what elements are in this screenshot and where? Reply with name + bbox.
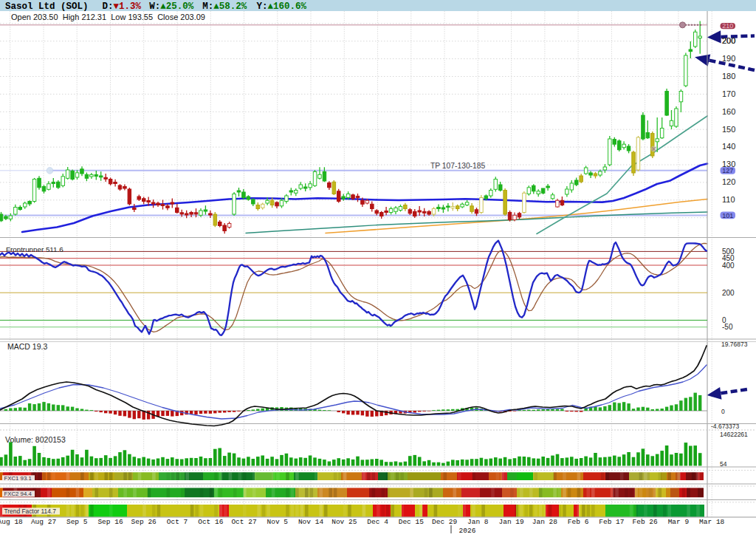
svg-text:190: 190 [722,54,735,63]
svg-text:FXC2 94.4: FXC2 94.4 [4,491,32,497]
svg-text:Sep 16: Sep 16 [97,518,123,526]
svg-text:Y:: Y: [256,1,267,12]
svg-text:M:: M: [202,1,213,12]
svg-text:Dec 29: Dec 29 [432,518,458,526]
svg-text:FXC1 93.1: FXC1 93.1 [4,475,32,482]
svg-text:Nov 14: Nov 14 [298,518,324,526]
svg-text:2026: 2026 [459,527,476,535]
svg-text:Aug 18: Aug 18 [0,518,23,526]
svg-text:Feb 17: Feb 17 [599,518,624,526]
svg-text:Volume: 8020153: Volume: 8020153 [5,435,66,444]
svg-text:140: 140 [722,142,735,151]
svg-text:Feb 26: Feb 26 [632,518,658,526]
svg-text:400: 400 [722,262,735,270]
svg-text:Sep 26: Sep 26 [131,518,157,526]
svg-text:127: 127 [722,167,733,174]
svg-text:Dec 4: Dec 4 [367,518,388,526]
svg-text:▲58.2%: ▲58.2% [213,1,247,12]
svg-text:101: 101 [722,212,733,219]
svg-text:170: 170 [722,89,735,98]
svg-text:Sep 5: Sep 5 [66,518,88,526]
svg-text:19.76873: 19.76873 [721,341,748,348]
svg-text:Frontrunner 511.6: Frontrunner 511.6 [6,245,63,253]
svg-text:180: 180 [722,72,735,81]
svg-text:Nov 5: Nov 5 [267,518,289,526]
svg-text:▲160.6%: ▲160.6% [267,1,306,12]
svg-text:W:: W: [149,1,160,12]
svg-text:Oct 16: Oct 16 [198,518,224,526]
svg-text:Oct 27: Oct 27 [231,518,256,526]
svg-text:120: 120 [722,177,735,186]
svg-text:Dec 15: Dec 15 [399,518,425,526]
svg-text:Trend Factor 114.7: Trend Factor 114.7 [4,508,57,515]
svg-text:Open 203.50 High 212.31 Low: Open 203.50 High 212.31 Low 193.55 Close… [11,13,205,21]
svg-text:Jan 8: Jan 8 [467,518,489,526]
svg-text:▲25.0%: ▲25.0% [160,1,194,12]
svg-text:MACD 19.3: MACD 19.3 [7,342,47,351]
svg-text:Sasol Ltd (SOL): Sasol Ltd (SOL) [5,1,89,12]
svg-text:Mar 18: Mar 18 [699,518,725,526]
svg-text:Oct 7: Oct 7 [167,518,188,526]
svg-text:-50: -50 [722,323,733,331]
svg-text:110: 110 [722,195,735,204]
svg-text:14622261: 14622261 [720,431,748,438]
svg-text:Nov 25: Nov 25 [331,518,357,526]
svg-text:200: 200 [722,36,735,45]
svg-text:150: 150 [722,125,735,134]
svg-text:Feb 6: Feb 6 [568,518,589,526]
svg-text:Mar 9: Mar 9 [668,518,690,526]
svg-text:Jan 19: Jan 19 [498,518,524,526]
svg-text:210: 210 [722,22,733,30]
svg-text:D:: D: [103,1,114,12]
svg-text:Jan 28: Jan 28 [532,518,558,526]
svg-text:0: 0 [721,408,725,415]
svg-text:160: 160 [722,107,735,116]
svg-text:TP 107-130-185: TP 107-130-185 [430,162,486,170]
svg-text:▼1.3%: ▼1.3% [114,1,142,12]
svg-text:Aug 27: Aug 27 [31,518,56,526]
svg-text:200: 200 [722,289,735,297]
svg-text:✕: ✕ [651,145,657,153]
